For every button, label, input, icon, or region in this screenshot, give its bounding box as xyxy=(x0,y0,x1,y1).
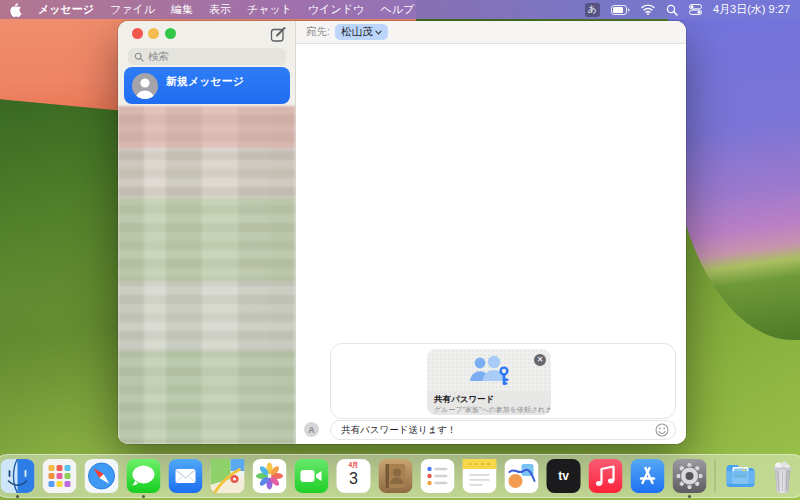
recipient-pill[interactable]: 松山茂 xyxy=(335,24,389,40)
dock-icon-settings[interactable] xyxy=(673,459,707,493)
battery-icon[interactable] xyxy=(611,5,630,15)
dock-icon-launchpad[interactable] xyxy=(43,459,77,493)
menu-bar: メッセージ ファイル 編集 表示 チャット ウインドウ ヘルプ あ 4月3日(水… xyxy=(0,0,800,19)
dock-icon-finder[interactable] xyxy=(1,459,35,493)
dock-icon-notes[interactable] xyxy=(463,459,497,493)
dock-icon-safari[interactable] xyxy=(85,459,119,493)
dock-icon-downloads-folder[interactable] xyxy=(724,459,758,493)
emoji-picker-icon[interactable] xyxy=(655,423,669,437)
message-input-field[interactable]: 共有パスワード送ります！ xyxy=(330,420,676,440)
attachment-caption: 共有パスワード グループ"家族"への参加を依頼されました。 xyxy=(427,391,551,415)
sidebar: 検索 新規メッセージ xyxy=(118,21,296,444)
spotlight-search-icon[interactable] xyxy=(666,4,678,16)
message-input-text: 共有パスワード送ります！ xyxy=(341,424,655,437)
dock-icon-freeform[interactable] xyxy=(505,459,539,493)
dock-icon-messages[interactable] xyxy=(127,459,161,493)
menu-item-chat[interactable]: チャット xyxy=(247,2,292,17)
chevron-down-icon xyxy=(375,30,382,35)
shared-password-card[interactable]: ✕ 共有パスワード グループ"家族"への参加を依頼されました。 xyxy=(427,349,551,415)
dock-icon-trash[interactable] xyxy=(766,459,800,493)
menu-item-view[interactable]: 表示 xyxy=(209,2,231,17)
menu-app-name[interactable]: メッセージ xyxy=(38,2,94,17)
dock-icon-maps[interactable] xyxy=(211,459,245,493)
messages-window: 検索 新規メッセージ 宛先: 松山茂 xyxy=(118,21,686,444)
menu-item-file[interactable]: ファイル xyxy=(110,2,155,17)
calendar-month-label: 4月 xyxy=(337,459,371,470)
recipient-name: 松山茂 xyxy=(341,25,373,39)
control-center-icon[interactable] xyxy=(689,4,702,15)
imessage-apps-button[interactable]: A xyxy=(304,422,319,437)
close-window-button[interactable] xyxy=(132,28,143,39)
conversation-item-selected[interactable]: 新規メッセージ xyxy=(124,67,290,104)
calendar-day-label: 3 xyxy=(337,470,371,488)
dock: 4月 3 tv xyxy=(0,454,800,498)
appletv-logo-text: tv xyxy=(558,469,569,483)
wifi-icon[interactable] xyxy=(641,4,655,15)
menu-item-window[interactable]: ウインドウ xyxy=(308,2,364,17)
dock-icon-appstore[interactable] xyxy=(631,459,665,493)
wallpaper-purple-shape xyxy=(668,0,800,340)
search-placeholder: 検索 xyxy=(148,50,169,64)
settings-running-indicator xyxy=(688,495,691,498)
message-pane: 宛先: 松山茂 xyxy=(296,21,686,444)
dock-icon-appletv[interactable]: tv xyxy=(547,459,581,493)
dock-icon-contacts[interactable] xyxy=(379,459,413,493)
dock-separator xyxy=(715,459,716,493)
dock-icon-mail[interactable] xyxy=(169,459,203,493)
menu-item-edit[interactable]: 編集 xyxy=(171,2,193,17)
remove-attachment-button[interactable]: ✕ xyxy=(533,353,547,367)
zoom-window-button[interactable] xyxy=(165,28,176,39)
recipient-bar: 宛先: 松山茂 xyxy=(296,21,686,44)
dock-icon-calendar[interactable]: 4月 3 xyxy=(337,459,371,493)
attachment-area: ✕ 共有パスワード グループ"家族"への参加を依頼されました。 xyxy=(330,343,676,419)
dock-icon-photos[interactable] xyxy=(253,459,287,493)
blurred-conversation-list[interactable] xyxy=(118,106,295,444)
search-icon xyxy=(134,52,144,62)
new-message-icon[interactable] xyxy=(270,26,287,43)
search-input[interactable]: 検索 xyxy=(128,48,286,65)
dock-icon-reminders[interactable] xyxy=(421,459,455,493)
menu-item-help[interactable]: ヘルプ xyxy=(380,2,414,17)
menu-clock[interactable]: 4月3日(水) 9:27 xyxy=(713,2,790,17)
messages-running-indicator xyxy=(142,495,145,498)
attachment-title: 共有パスワード xyxy=(434,394,544,405)
conversation-title: 新規メッセージ xyxy=(166,74,244,89)
minimize-window-button[interactable] xyxy=(148,28,159,39)
to-label: 宛先: xyxy=(306,25,330,39)
attachment-subtitle: グループ"家族"への参加を依頼されました。 xyxy=(434,405,544,414)
input-source-icon[interactable]: あ xyxy=(585,3,600,17)
finder-running-indicator xyxy=(16,495,19,498)
apple-menu-icon[interactable] xyxy=(10,3,22,17)
dock-icon-facetime[interactable] xyxy=(295,459,329,493)
dock-icon-music[interactable] xyxy=(589,459,623,493)
avatar xyxy=(132,73,158,99)
